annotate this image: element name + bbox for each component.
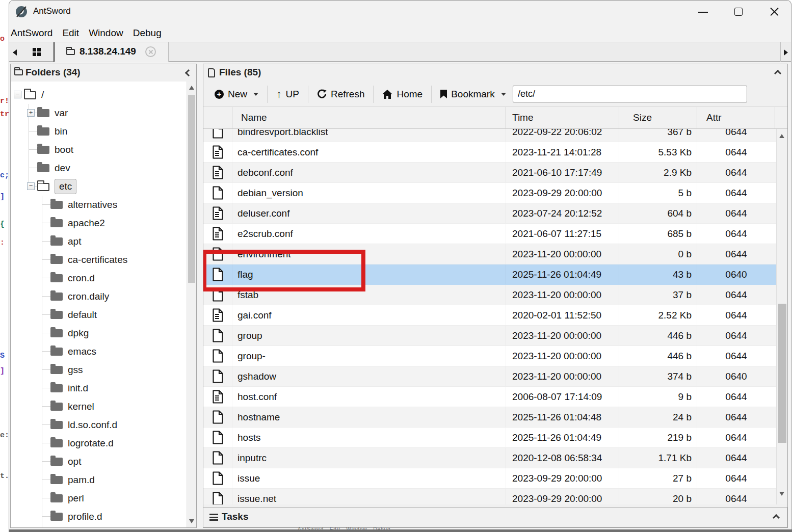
- menu-window[interactable]: Window: [89, 28, 123, 39]
- folder-icon: [50, 384, 63, 392]
- tree-item-opt[interactable]: opt: [11, 453, 186, 471]
- tree-item-logrotate.d[interactable]: logrotate.d: [11, 434, 186, 453]
- folder-icon: [37, 127, 49, 136]
- file-row-host.conf[interactable]: host.conf 2006-08-07 17:14:09 9 b 0644: [203, 387, 776, 407]
- scroll-down-icon[interactable]: [779, 492, 784, 496]
- file-time: 2023-07-24 20:12:52: [506, 203, 619, 223]
- tree-item-init.d[interactable]: init.d: [11, 379, 186, 397]
- column-header-attr[interactable]: Attr: [697, 107, 775, 128]
- file-size: 9 b: [619, 387, 697, 407]
- code-fragment: ]: [0, 193, 5, 201]
- tree-scrollbar-thumb[interactable]: [188, 95, 195, 283]
- refresh-button[interactable]: Refresh: [308, 85, 374, 103]
- file-row-e2scrub.conf[interactable]: e2scrub.conf 2021-06-07 11:27:15 685 b 0…: [203, 224, 776, 244]
- file-row-group-[interactable]: group- 2023-11-20 00:00:00 446 b 0644: [203, 346, 776, 366]
- new-button[interactable]: + New: [203, 85, 267, 103]
- tree-item-alternatives[interactable]: alternatives: [11, 196, 186, 214]
- tree-item-label: emacs: [68, 342, 96, 361]
- new-button-label: New: [228, 89, 247, 100]
- file-size: 27 b: [619, 468, 697, 488]
- column-header-name[interactable]: Name: [232, 107, 506, 128]
- file-row-bindresvport.blacklist[interactable]: bindresvport.blacklist 2022-09-22 20:06:…: [203, 129, 776, 142]
- tasks-bar[interactable]: Tasks: [203, 507, 787, 527]
- tab-connection[interactable]: 8.138.24.149: [55, 42, 169, 62]
- folder-icon: [50, 256, 63, 264]
- file-row-hosts[interactable]: hosts 2025-11-26 01:04:49 219 b 0644: [203, 428, 776, 448]
- code-fragment: r!: [0, 97, 9, 105]
- tree-item-dev[interactable]: dev: [11, 159, 186, 177]
- tree-scrollbar[interactable]: [187, 82, 196, 527]
- file-row-deluser.conf[interactable]: deluser.conf 2023-07-24 20:12:52 604 b 0…: [203, 203, 776, 224]
- home-button[interactable]: Home: [374, 85, 431, 103]
- tab-overview-button[interactable]: [20, 42, 53, 62]
- tree-expander-icon[interactable]: +: [27, 109, 35, 117]
- file-list-scrollbar-thumb[interactable]: [778, 304, 786, 443]
- path-input[interactable]: [513, 86, 747, 102]
- file-row-group[interactable]: group 2023-11-20 00:00:00 446 b 0644: [203, 326, 776, 346]
- file-row-debconf.conf[interactable]: debconf.conf 2021-06-10 17:17:49 2.9 Kb …: [203, 163, 776, 183]
- scroll-up-icon[interactable]: [189, 86, 194, 90]
- file-row-issue[interactable]: issue 2023-09-29 20:00:00 27 b 0644: [203, 468, 776, 489]
- tree-item-ca-certificates[interactable]: ca-certificates: [11, 251, 186, 269]
- collapse-up-icon[interactable]: [774, 70, 781, 77]
- file-time: 2023-11-20 00:00:00: [506, 346, 619, 366]
- file-size: 1.71 Kb: [619, 448, 697, 468]
- file-name: bindresvport.blacklist: [232, 129, 506, 142]
- collapse-left-icon[interactable]: [185, 69, 192, 76]
- column-header-time[interactable]: Time: [506, 107, 619, 128]
- menu-bar: AntSword Edit Window Debug: [9, 24, 792, 42]
- tab-bar: 8.138.24.149: [9, 42, 791, 62]
- file-time: 2020-02-01 11:52:50: [506, 305, 619, 325]
- scroll-down-icon[interactable]: [189, 519, 194, 523]
- tree-item-ld.so.conf.d[interactable]: ld.so.conf.d: [11, 416, 186, 434]
- folder-icon: [50, 292, 63, 301]
- bookmark-button[interactable]: Bookmark: [432, 85, 515, 103]
- scroll-up-icon[interactable]: [779, 134, 784, 138]
- folder-icon: [50, 421, 63, 429]
- menu-edit[interactable]: Edit: [62, 28, 79, 39]
- tree-item-bin[interactable]: bin: [11, 122, 186, 141]
- tab-close-icon[interactable]: [145, 46, 156, 57]
- files-panel-header[interactable]: Files (85): [203, 64, 787, 82]
- tree-item-profile.d[interactable]: profile.d: [11, 508, 186, 526]
- up-button[interactable]: ↑ UP: [268, 85, 308, 103]
- tree-item-boot[interactable]: boot: [11, 141, 186, 159]
- tree-item-label: apt: [68, 232, 81, 251]
- tab-scroll-right-icon[interactable]: [780, 42, 790, 62]
- maximize-button[interactable]: [727, 0, 750, 22]
- tree-expander-icon[interactable]: −: [27, 182, 35, 190]
- tree-item-apt[interactable]: apt: [11, 232, 186, 251]
- tree-item-root[interactable]: − /: [11, 86, 186, 104]
- tree-item-default[interactable]: default: [11, 306, 186, 324]
- tree-item-cron.daily[interactable]: cron.daily: [11, 287, 186, 306]
- file-row-gshadow[interactable]: gshadow 2023-11-20 00:00:00 374 b 0640: [203, 366, 776, 387]
- file-attr: 0644: [697, 244, 775, 264]
- file-row-gai.conf[interactable]: gai.conf 2020-02-01 11:52:50 2.52 Kb 064…: [203, 305, 776, 326]
- tree-item-var[interactable]: + var: [11, 104, 186, 122]
- tree-item-apache2[interactable]: apache2: [11, 214, 186, 232]
- menu-debug[interactable]: Debug: [133, 28, 162, 39]
- folders-panel-header[interactable]: Folders (34): [11, 64, 196, 82]
- tree-item-gss[interactable]: gss: [11, 361, 186, 379]
- tree-item-pam.d[interactable]: pam.d: [11, 471, 186, 489]
- tree-item-cron.d[interactable]: cron.d: [11, 269, 186, 287]
- tree-item-etc[interactable]: − etc: [11, 177, 186, 196]
- file-size: 2.52 Kb: [619, 305, 697, 325]
- file-row-debian_version[interactable]: debian_version 2023-09-29 20:00:00 5 b 0…: [203, 183, 776, 203]
- tree-item-kernel[interactable]: kernel: [11, 397, 186, 416]
- file-row-ca-certificates.conf[interactable]: ca-certificates.conf 2023-11-21 14:01:28…: [203, 142, 776, 163]
- tree-expander-icon[interactable]: −: [14, 91, 21, 98]
- tree-item-perl[interactable]: perl: [11, 489, 186, 508]
- tab-scroll-left-icon[interactable]: [10, 42, 19, 62]
- minimize-button[interactable]: [691, 0, 715, 22]
- file-row-hostname[interactable]: hostname 2025-11-26 01:04:48 24 b 0644: [203, 407, 776, 428]
- column-header-size[interactable]: Size: [619, 107, 697, 128]
- close-button[interactable]: [762, 0, 786, 22]
- collapse-up-icon[interactable]: [773, 514, 780, 521]
- tree-item-dpkg[interactable]: dpkg: [11, 324, 186, 342]
- file-list-scrollbar[interactable]: [776, 129, 787, 504]
- tree-item-emacs[interactable]: emacs: [11, 342, 186, 361]
- file-row-issue.net[interactable]: issue.net 2023-09-29 20:00:00 20 b 0644: [203, 489, 776, 504]
- file-row-inputrc[interactable]: inputrc 2020-12-08 06:58:34 1.71 Kb 0644: [203, 448, 776, 468]
- menu-antsword[interactable]: AntSword: [11, 28, 52, 39]
